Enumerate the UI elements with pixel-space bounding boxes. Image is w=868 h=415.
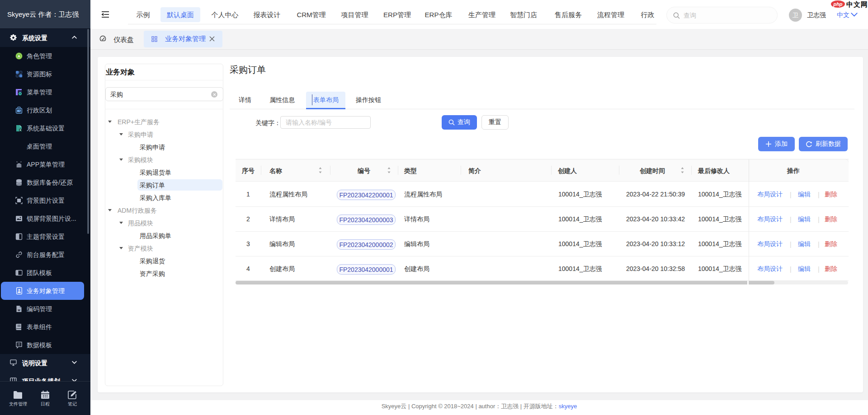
svg-text:w: w: [17, 308, 20, 312]
svg-text:A: A: [18, 54, 20, 58]
